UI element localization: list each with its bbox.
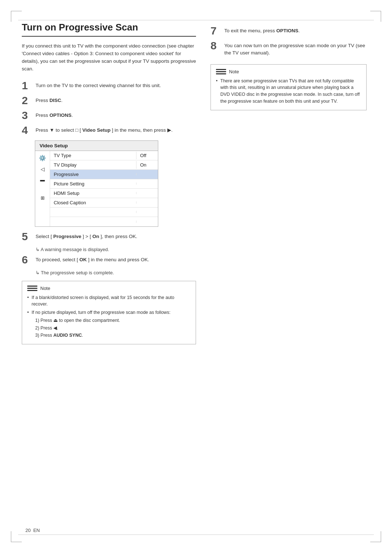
note-item-1: If a blank/distorted screen is displayed… — [27, 294, 191, 308]
vs-row-tv-type: TV Type Off — [50, 151, 158, 160]
vs-label-hdmi-setup: HDMI Setup — [50, 189, 136, 197]
vs-row-empty-1 — [50, 208, 158, 217]
step-5-sub: A warning message is displayed. — [36, 246, 196, 253]
vs-value-tv-display: On — [136, 161, 158, 169]
page-content: Turn on Progressive Scan If you connect … — [0, 0, 392, 370]
note-sub-item-3: 3) Press AUDIO SYNC. — [35, 332, 191, 339]
note-sub-list: 1) Press ⏏ to open the disc compartment.… — [32, 317, 191, 339]
vs-icons-column: ⚙️ ◁ ▬ ⊞ — [35, 151, 50, 226]
vs-icon-grid: ⊞ — [37, 193, 48, 203]
step-content-2: Press DISC. — [36, 95, 196, 104]
step-number-4: 4 — [22, 124, 36, 136]
step-7: 7 To exit the menu, press OPTIONS. — [211, 25, 367, 37]
left-column: Turn on Progressive Scan If you connect … — [22, 22, 196, 349]
vs-value-picture-setting — [136, 183, 158, 185]
vs-row-tv-display: TV Display On — [50, 160, 158, 170]
page-number: 20 EN — [25, 528, 40, 533]
intro-paragraph: If you connect this unit to TV with the … — [22, 42, 196, 73]
vs-icon-settings: ⚙️ — [37, 153, 48, 163]
right-column: 7 To exit the menu, press OPTIONS. 8 You… — [211, 22, 367, 349]
step-6-sub: The progressive setup is complete. — [36, 269, 196, 276]
note-icon-right — [216, 68, 226, 75]
vs-value-hdmi-setup — [136, 192, 158, 194]
step-content-3: Press OPTIONS. — [36, 110, 196, 119]
vs-row-hdmi-setup: HDMI Setup — [50, 189, 158, 198]
vs-label-progressive: Progressive — [50, 171, 136, 178]
vs-value-closed-caption — [136, 201, 158, 204]
step-content-1: Turn on the TV to the correct viewing ch… — [36, 80, 196, 89]
step-number-7: 7 — [211, 25, 224, 37]
note-list-bottom: If a blank/distorted screen is displayed… — [27, 294, 191, 339]
vs-row-progressive: Progressive — [50, 170, 158, 179]
step-3: 3 Press OPTIONS. — [22, 110, 196, 121]
step-5: 5 Select [ Progressive ] > [ On ], then … — [22, 231, 196, 242]
note-sub-item-2: 2) Press ◀. — [35, 325, 191, 332]
bottom-rule — [18, 534, 374, 535]
vs-row-closed-caption: Closed Caption — [50, 198, 158, 208]
corner-mark-br — [370, 531, 381, 542]
video-setup-table: Video Setup ⚙️ ◁ ▬ ⊞ TV Type Off TV Disp… — [35, 140, 158, 227]
step-number-5: 5 — [22, 230, 36, 242]
note-header-right: Note — [216, 68, 361, 75]
step-number-6: 6 — [22, 254, 36, 266]
note-icon-bottom — [27, 285, 37, 292]
step-8: 8 You can now turn on the progressive sc… — [211, 40, 367, 57]
note-box-bottom: Note If a blank/distorted screen is disp… — [22, 281, 196, 345]
step-number-3: 3 — [22, 109, 36, 121]
video-setup-header: Video Setup — [35, 141, 158, 151]
video-setup-body: ⚙️ ◁ ▬ ⊞ TV Type Off TV Display On Pr — [35, 151, 158, 226]
vs-icon-volume: ◁ — [37, 164, 48, 174]
vs-icon-display: ▬ — [37, 175, 48, 185]
step-2: 2 Press DISC. — [22, 95, 196, 106]
note-item-2: If no picture displayed, turn off the pr… — [27, 309, 191, 339]
top-rule — [18, 20, 374, 20]
note-right-item-1: There are some progressive scan TVs that… — [216, 78, 361, 105]
note-label-right: Note — [229, 68, 239, 75]
vs-label-tv-display: TV Display — [50, 161, 136, 169]
step-content-8: You can now turn on the progressive scan… — [224, 40, 367, 57]
step-number-8: 8 — [211, 40, 224, 52]
step-1: 1 Turn on the TV to the correct viewing … — [22, 80, 196, 91]
note-sub-item-1: 1) Press ⏏ to open the disc compartment. — [35, 317, 191, 324]
step-number-2: 2 — [22, 94, 36, 106]
vs-row-picture-setting: Picture Setting — [50, 179, 158, 189]
vs-label-tv-type: TV Type — [50, 152, 136, 159]
step-4: 4 Press ▼ to select □ [ Video Setup ] in… — [22, 125, 196, 136]
step-number-1: 1 — [22, 79, 36, 91]
step-content-4: Press ▼ to select □ [ Video Setup ] in t… — [36, 125, 196, 134]
step-6: 6 To proceed, select [ OK ] in the menu … — [22, 254, 196, 266]
note-box-right: Note There are some progressive scan TVs… — [211, 64, 367, 110]
corner-mark-bl — [11, 531, 22, 542]
vs-rows: TV Type Off TV Display On Progressive Pi… — [50, 151, 158, 226]
note-label-bottom: Note — [40, 285, 50, 292]
step-content-7: To exit the menu, press OPTIONS. — [224, 25, 367, 34]
vs-value-tv-type: Off — [136, 152, 158, 159]
step-content-5: Select [ Progressive ] > [ On ], then pr… — [36, 231, 196, 240]
step-content-6: To proceed, select [ OK ] in the menu an… — [36, 254, 196, 263]
vs-label-closed-caption: Closed Caption — [50, 199, 136, 206]
vs-value-progressive — [136, 173, 158, 175]
page-title: Turn on Progressive Scan — [22, 22, 196, 37]
vs-row-empty-2 — [50, 217, 158, 226]
note-header-bottom: Note — [27, 285, 191, 292]
note-list-right: There are some progressive scan TVs that… — [216, 78, 361, 105]
vs-label-picture-setting: Picture Setting — [50, 180, 136, 188]
